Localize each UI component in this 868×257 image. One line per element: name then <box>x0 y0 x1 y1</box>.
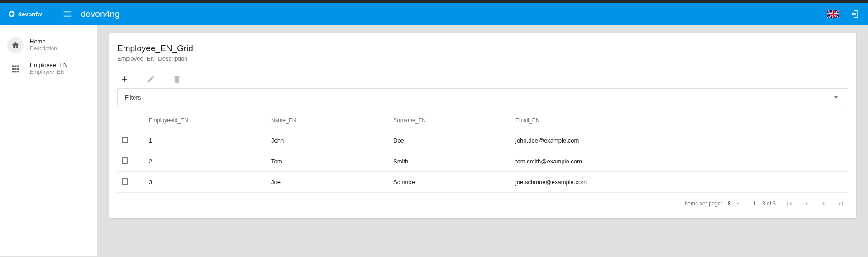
app-title: devon4ng <box>81 9 120 19</box>
home-icon <box>7 37 24 53</box>
logout-button[interactable] <box>848 8 860 20</box>
row-checkbox[interactable] <box>122 157 128 164</box>
content-area: Employee_EN_Grid Employee_EN_Description… <box>97 25 868 256</box>
row-checkbox[interactable] <box>122 178 128 185</box>
brand-text: devonfw <box>18 11 42 18</box>
add-button[interactable] <box>119 74 130 85</box>
sidebar-item-sub: Description <box>30 45 57 52</box>
cell-email: john.doe@example.com <box>511 130 848 151</box>
page-range: 1 – 3 of 3 <box>753 200 776 207</box>
filters-panel[interactable]: Filters <box>117 88 848 106</box>
table-row[interactable]: 1JohnDoejohn.doe@example.com <box>117 130 848 151</box>
page-title: Employee_EN_Grid <box>117 43 848 53</box>
first-page-icon <box>785 200 793 208</box>
trash-icon <box>172 75 181 84</box>
menu-toggle-button[interactable] <box>61 8 74 20</box>
paginator: Items per page: 8 1 – 3 of 3 <box>117 193 848 212</box>
grid-icon <box>7 61 24 77</box>
flag-uk-icon <box>827 10 839 18</box>
table-row[interactable]: 2TomSmithtom.smith@example.com <box>117 151 848 172</box>
cell-name: Joe <box>267 172 389 193</box>
dropdown-arrow-icon <box>735 201 740 206</box>
last-page-button[interactable] <box>836 199 845 208</box>
next-page-button[interactable] <box>819 199 828 208</box>
sidebar-item-label: Employee_EN <box>30 62 67 69</box>
data-table: EmployeeId_EN Name_EN Surname_EN Email_E… <box>117 111 848 193</box>
cell-surname: Doe <box>389 130 511 151</box>
appbar: devonfw devon4ng <box>0 3 868 25</box>
row-checkbox[interactable] <box>122 137 128 143</box>
brand-icon <box>8 10 15 18</box>
items-per-page-label: Items per page: <box>685 200 722 207</box>
logout-icon <box>849 9 859 19</box>
cell-surname: Schmoe <box>389 172 511 193</box>
column-header[interactable]: Surname_EN <box>389 111 511 130</box>
sidebar-item-sub: Employee_EN <box>30 69 67 76</box>
cell-id: 3 <box>144 172 267 193</box>
grid-toolbar <box>117 74 848 85</box>
items-per-page-select[interactable]: 8 <box>727 200 744 208</box>
cell-id: 2 <box>144 151 267 172</box>
svg-rect-4 <box>827 14 839 15</box>
column-header[interactable]: EmployeeId_EN <box>144 111 267 130</box>
column-header[interactable]: Email_EN <box>511 111 848 130</box>
grid-card: Employee_EN_Grid Employee_EN_Description… <box>109 33 856 218</box>
prev-page-button[interactable] <box>802 199 811 208</box>
delete-button[interactable] <box>172 74 182 85</box>
items-per-page-value: 8 <box>728 200 731 207</box>
sidebar-item-home[interactable]: Home Description <box>0 33 97 57</box>
column-header[interactable]: Name_EN <box>267 111 389 130</box>
cell-id: 1 <box>144 130 267 151</box>
chevron-left-icon <box>802 200 811 208</box>
chevron-right-icon <box>820 200 828 208</box>
plus-icon <box>120 75 129 84</box>
column-checkbox <box>117 111 144 130</box>
cell-name: Tom <box>267 151 389 172</box>
menu-icon <box>62 9 72 19</box>
cell-name: John <box>267 130 389 151</box>
sidebar-item-employee[interactable]: Employee_EN Employee_EN <box>0 57 97 81</box>
last-page-icon <box>837 200 845 208</box>
sidebar: Home Description Employee_EN Employee_EN <box>0 25 97 256</box>
sidebar-item-label: Home <box>30 38 57 45</box>
edit-button[interactable] <box>145 74 156 85</box>
language-switcher[interactable] <box>827 10 839 18</box>
cell-email: tom.smith@example.com <box>511 151 848 172</box>
chevron-down-icon <box>831 93 840 102</box>
cell-surname: Smith <box>389 151 511 172</box>
page-subtitle: Employee_EN_Description <box>117 55 848 62</box>
first-page-button[interactable] <box>785 199 794 208</box>
filters-label: Filters <box>125 94 141 101</box>
cell-email: joe.schmoe@example.com <box>511 172 848 193</box>
pencil-icon <box>146 75 155 84</box>
brand-logo: devonfw <box>8 10 42 18</box>
table-row[interactable]: 3JoeSchmoejoe.schmoe@example.com <box>117 172 848 193</box>
